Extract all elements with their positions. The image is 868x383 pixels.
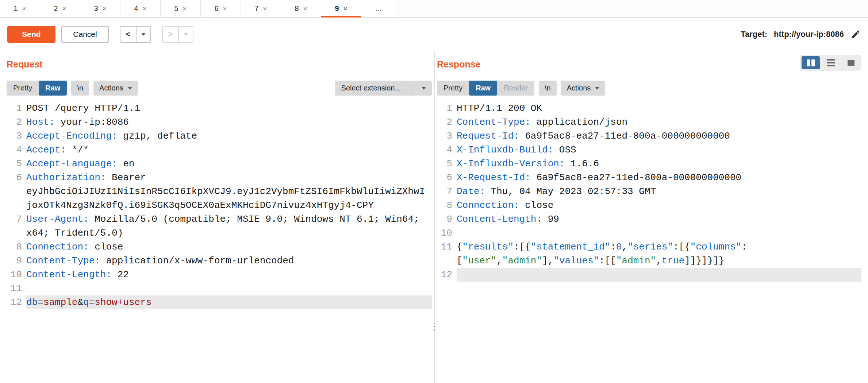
line-content[interactable]: POST /query HTTP/1.1 — [26, 101, 432, 115]
code-line[interactable]: 3Request-Id: 6a9f5ac8-ea27-11ed-800a-000… — [437, 129, 861, 143]
forward-dropdown-button[interactable] — [179, 26, 193, 43]
line-content[interactable]: X-Influxdb-Build: OSS — [457, 143, 861, 157]
code-line[interactable]: 2Content-Type: application/json — [437, 115, 861, 129]
line-number: 6 — [7, 171, 22, 185]
line-content[interactable]: Content-Type: application/json — [457, 115, 861, 129]
close-icon[interactable]: × — [183, 5, 187, 13]
cancel-button[interactable]: Cancel — [61, 26, 109, 43]
line-number: 10 — [437, 226, 452, 240]
line-number: 4 — [7, 143, 22, 157]
select-extension-dropdown[interactable]: Select extension... — [335, 81, 432, 96]
code-line[interactable]: 1POST /query HTTP/1.1 — [7, 101, 432, 115]
edit-target-icon[interactable] — [850, 29, 861, 39]
line-content[interactable]: X-Influxdb-Version: 1.6.6 — [457, 157, 861, 171]
forward-button[interactable]: > — [162, 26, 179, 43]
code-line[interactable]: 6Authorization: Bearer eyJhbGciOiJIUzI1N… — [7, 171, 432, 212]
repeater-tab-6[interactable]: 6 × — [201, 0, 241, 17]
line-content[interactable] — [457, 268, 861, 282]
line-content[interactable]: Authorization: Bearer eyJhbGciOiJIUzI1Ni… — [26, 171, 432, 212]
close-icon[interactable]: × — [103, 5, 107, 13]
response-actions-button[interactable]: Actions — [561, 81, 606, 96]
code-line[interactable]: 8Connection: close — [7, 240, 432, 254]
back-dropdown-button[interactable] — [137, 26, 151, 43]
request-tab-pretty[interactable]: Pretty — [7, 81, 39, 96]
repeater-tab-1[interactable]: 1 × — [0, 0, 40, 17]
code-line[interactable]: 12 — [437, 268, 861, 282]
request-view-mode-group: Pretty Raw — [7, 81, 67, 96]
line-content[interactable] — [457, 226, 861, 240]
code-line[interactable]: 9Content-Length: 99 — [437, 212, 861, 226]
close-icon[interactable]: × — [22, 5, 26, 13]
tab-label: 7 — [254, 4, 258, 13]
code-line[interactable]: 12db=sample&q=show+users — [7, 295, 432, 309]
line-content[interactable]: db=sample&q=show+users — [26, 295, 432, 309]
response-tab-raw[interactable]: Raw — [469, 81, 497, 96]
line-content[interactable]: Content-Type: application/x-www-form-url… — [26, 254, 432, 268]
more-tabs-button[interactable]: ... — [361, 0, 396, 17]
close-icon[interactable]: × — [223, 5, 227, 13]
line-content[interactable]: {"results":[{"statement_id":0,"series":[… — [457, 240, 861, 268]
code-line[interactable]: 4X-Influxdb-Build: OSS — [437, 143, 861, 157]
close-icon[interactable]: × — [143, 5, 147, 13]
line-content[interactable]: Content-Length: 99 — [457, 212, 861, 226]
line-content[interactable]: Accept-Language: en — [26, 157, 432, 171]
response-tab-pretty[interactable]: Pretty — [437, 81, 469, 96]
back-button[interactable]: < — [120, 26, 137, 43]
layout-toggle-group — [800, 55, 861, 71]
line-content[interactable]: Connection: close — [26, 240, 432, 254]
code-line[interactable]: 11{"results":[{"statement_id":0,"series"… — [437, 240, 861, 268]
response-newline-toggle[interactable]: \n — [539, 81, 557, 96]
code-line[interactable]: 11 — [7, 282, 432, 295]
repeater-tab-9-active[interactable]: 9 × — [321, 0, 361, 17]
repeater-tab-8[interactable]: 8 × — [281, 0, 321, 17]
close-icon[interactable]: × — [62, 5, 66, 13]
tab-label: 9 — [335, 4, 339, 13]
code-line[interactable]: 5Accept-Language: en — [7, 157, 432, 171]
line-content[interactable]: Content-Length: 22 — [26, 268, 432, 282]
line-content[interactable]: Connection: close — [457, 198, 861, 212]
line-content[interactable]: X-Request-Id: 6a9f5ac8-ea27-11ed-800a-00… — [457, 171, 861, 185]
close-icon[interactable]: × — [303, 5, 307, 13]
code-line[interactable]: 7User-Agent: Mozilla/5.0 (compatible; MS… — [7, 212, 432, 240]
layout-rows-button[interactable] — [822, 56, 840, 69]
response-tab-render[interactable]: Render — [497, 81, 534, 96]
repeater-tab-5[interactable]: 5 × — [161, 0, 201, 17]
code-line[interactable]: 1HTTP/1.1 200 OK — [437, 101, 861, 115]
request-tab-raw[interactable]: Raw — [39, 81, 67, 96]
line-content[interactable]: User-Agent: Mozilla/5.0 (compatible; MSI… — [26, 212, 432, 240]
code-line[interactable]: 9Content-Type: application/x-www-form-ur… — [7, 254, 432, 268]
code-line[interactable]: 5X-Influxdb-Version: 1.6.6 — [437, 157, 861, 171]
line-content[interactable]: Accept: */* — [26, 143, 432, 157]
request-actions-button[interactable]: Actions — [93, 81, 138, 96]
line-content[interactable]: Date: Thu, 04 May 2023 02:57:33 GMT — [457, 185, 861, 198]
line-content[interactable]: Request-Id: 6a9f5ac8-ea27-11ed-800a-0000… — [457, 129, 861, 143]
close-icon[interactable]: × — [343, 5, 347, 13]
code-line[interactable]: 3Accept-Encoding: gzip, deflate — [7, 129, 432, 143]
code-line[interactable]: 10 — [437, 226, 861, 240]
repeater-tab-4[interactable]: 4 × — [120, 0, 161, 17]
repeater-tab-2[interactable]: 2 × — [40, 0, 80, 17]
code-line[interactable]: 4Accept: */* — [7, 143, 432, 157]
layout-single-button[interactable] — [842, 56, 860, 69]
send-button[interactable]: Send — [7, 26, 55, 43]
panel-splitter[interactable]: ⋮ — [432, 51, 437, 383]
layout-columns-button[interactable] — [802, 56, 820, 69]
response-subtabs: Pretty Raw Render \n Actions — [437, 81, 861, 96]
line-content[interactable]: HTTP/1.1 200 OK — [457, 101, 861, 115]
line-content[interactable]: Host: your-ip:8086 — [26, 115, 432, 129]
code-line[interactable]: 10Content-Length: 22 — [7, 268, 432, 282]
code-line[interactable]: 2Host: your-ip:8086 — [7, 115, 432, 129]
repeater-tab-7[interactable]: 7 × — [241, 0, 281, 17]
select-extension-label: Select extension... — [335, 81, 407, 96]
response-editor[interactable]: 1HTTP/1.1 200 OK2Content-Type: applicati… — [437, 101, 861, 282]
line-content[interactable] — [26, 282, 432, 295]
line-content[interactable]: Accept-Encoding: gzip, deflate — [26, 129, 432, 143]
request-newline-toggle[interactable]: \n — [71, 81, 89, 96]
code-line[interactable]: 8Connection: close — [437, 198, 861, 212]
request-editor[interactable]: 1POST /query HTTP/1.12Host: your-ip:8086… — [7, 101, 432, 309]
repeater-tab-3[interactable]: 3 × — [80, 0, 120, 17]
close-icon[interactable]: × — [263, 5, 267, 13]
code-line[interactable]: 6X-Request-Id: 6a9f5ac8-ea27-11ed-800a-0… — [437, 171, 861, 185]
tab-label: 2 — [54, 4, 58, 13]
code-line[interactable]: 7Date: Thu, 04 May 2023 02:57:33 GMT — [437, 185, 861, 198]
